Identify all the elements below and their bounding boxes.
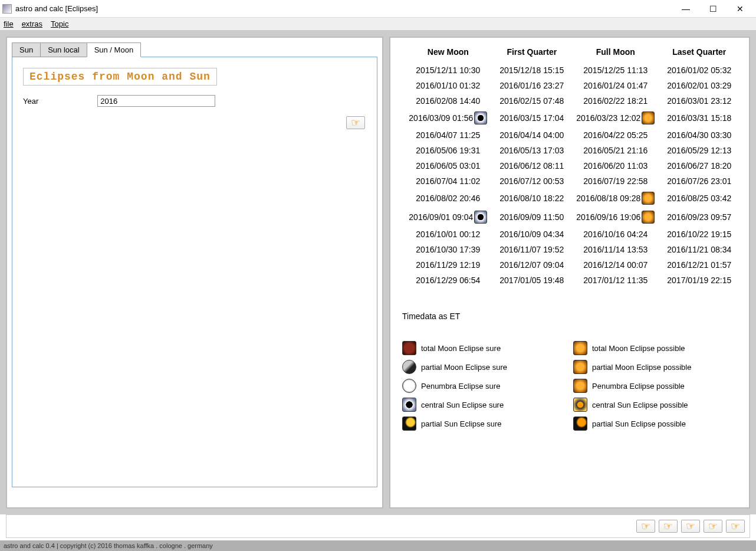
eclipses-heading: Eclipses from Moon and Sun — [23, 68, 217, 86]
toolbar-button-2[interactable] — [659, 520, 678, 533]
moon-total-icon — [402, 341, 416, 355]
cell-datetime: 2016/04/07 11:25 — [416, 130, 480, 140]
year-row: Year — [23, 95, 366, 107]
cell-datetime: 2017/01/19 22:15 — [667, 276, 731, 285]
cell-datetime: 2016/10/22 19:15 — [667, 229, 731, 239]
close-button[interactable]: ✕ — [727, 1, 754, 17]
legend-row: partial Sun Eclipse surepartial Sun Ecli… — [402, 416, 737, 431]
table-cell: 2015/12/18 15:15 — [494, 63, 570, 78]
toolbar-button-4[interactable] — [704, 520, 722, 533]
table-row: 2016/05/06 19:312016/05/13 17:032016/05/… — [402, 143, 737, 158]
cell-datetime: 2016/06/05 03:01 — [416, 161, 480, 170]
toolbar-button-5[interactable] — [726, 520, 745, 533]
table-cell: 2016/08/18 09:28 — [570, 189, 662, 208]
sun-partial-poss-icon — [573, 416, 587, 431]
menu-file[interactable]: file — [4, 19, 14, 28]
table-cell: 2016/12/14 00:07 — [570, 257, 662, 273]
pointing-hand-icon — [663, 520, 673, 533]
compute-button[interactable] — [346, 116, 365, 129]
cell-datetime: 2016/03/31 15:18 — [667, 113, 731, 123]
cell-datetime: 2016/07/12 00:53 — [499, 176, 564, 186]
year-label: Year — [23, 97, 38, 106]
table-cell: 2016/03/09 01:56 — [402, 109, 494, 127]
tab-sun-moon[interactable]: Sun / Moon — [87, 42, 142, 57]
menubar: file extras Topic — [0, 18, 756, 31]
legend-item: partial Moon Eclipse sure — [402, 360, 556, 374]
statusbar: astro and calc 0.4 | copyright (c) 2016 … — [0, 540, 756, 551]
cell-datetime: 2016/07/19 22:58 — [583, 176, 647, 186]
window-controls: — ☐ ✕ — [672, 1, 754, 17]
cell-datetime: 2016/12/14 00:07 — [583, 260, 647, 270]
table-cell: 2016/12/21 01:57 — [662, 257, 737, 273]
cell-datetime: 2015/12/11 10:30 — [416, 65, 480, 75]
cell-datetime: 2016/01/02 05:32 — [667, 65, 731, 75]
titlebar: astro and calc [Eclipses] — ☐ ✕ — [0, 0, 756, 18]
menu-topic[interactable]: Topic — [51, 19, 68, 28]
cell-datetime: 2016/12/21 01:57 — [667, 260, 731, 270]
pointing-hand-icon — [641, 520, 650, 533]
table-row: 2016/10/30 17:392016/11/07 19:522016/11/… — [402, 242, 737, 257]
cell-datetime: 2016/03/01 23:12 — [667, 96, 731, 106]
table-row: 2016/04/07 11:252016/04/14 04:002016/04/… — [402, 127, 737, 143]
cell-datetime: 2015/12/25 11:13 — [583, 65, 647, 75]
table-cell: 2016/05/13 17:03 — [494, 143, 570, 158]
table-cell: 2015/12/11 10:30 — [402, 63, 494, 78]
table-cell: 2016/03/01 23:12 — [662, 93, 737, 109]
moon-possible-icon — [573, 341, 587, 355]
table-cell: 2016/07/26 23:01 — [662, 173, 737, 189]
table-cell: 2016/10/01 00:12 — [402, 227, 494, 242]
tab-sun-local[interactable]: Sun local — [40, 42, 87, 57]
minimize-button[interactable]: — — [672, 1, 699, 17]
tab-sun[interactable]: Sun — [12, 42, 41, 57]
table-cell: 2016/04/30 03:30 — [662, 127, 737, 143]
cell-datetime: 2016/04/22 05:25 — [583, 130, 647, 140]
table-cell: 2016/08/10 18:22 — [494, 189, 570, 208]
toolbar-button-3[interactable] — [681, 520, 700, 533]
moon-partial-icon — [402, 360, 416, 374]
table-row: 2016/09/01 09:042016/09/09 11:502016/09/… — [402, 208, 737, 227]
cell-datetime: 2016/09/01 09:04 — [409, 212, 473, 222]
table-cell: 2017/01/12 11:35 — [570, 273, 662, 288]
cell-datetime: 2016/02/08 14:40 — [416, 96, 480, 106]
table-row: 2016/08/02 20:462016/08/10 18:222016/08/… — [402, 189, 737, 208]
cell-datetime: 2016/06/27 18:20 — [667, 161, 731, 170]
sun-central-icon — [474, 111, 487, 124]
legend-label: partial Sun Eclipse sure — [421, 419, 502, 428]
cell-datetime: 2016/01/16 23:27 — [499, 81, 564, 90]
bottom-toolbar — [6, 514, 750, 538]
table-header-row: New Moon First Quarter Full Moon Laset Q… — [402, 47, 737, 63]
legend-row: total Moon Eclipse suretotal Moon Eclips… — [402, 341, 737, 355]
maximize-button[interactable]: ☐ — [699, 1, 727, 17]
cell-datetime: 2016/05/06 19:31 — [416, 146, 480, 155]
table-cell: 2016/09/09 11:50 — [494, 208, 570, 227]
moon-possible-icon — [642, 192, 655, 205]
table-cell: 2016/10/30 17:39 — [402, 242, 494, 257]
table-cell: 2016/07/19 22:58 — [570, 173, 662, 189]
tab-strip: Sun Sun local Sun / Moon — [12, 42, 377, 57]
table-row: 2015/12/11 10:302015/12/18 15:152015/12/… — [402, 63, 737, 78]
table-cell: 2016/01/16 23:27 — [494, 78, 570, 93]
table-cell: 2016/01/10 01:32 — [402, 78, 494, 93]
cell-datetime: 2016/11/21 08:34 — [667, 245, 731, 254]
cell-datetime: 2016/03/15 17:04 — [499, 113, 564, 123]
cell-datetime: 2016/08/02 20:46 — [416, 193, 480, 203]
sun-partial-icon — [402, 416, 416, 431]
legend-item: central Sun Eclipse sure — [402, 398, 556, 412]
table-cell: 2016/12/07 09:04 — [494, 257, 570, 273]
toolbar-button-1[interactable] — [636, 520, 655, 533]
table-cell: 2016/03/31 15:18 — [662, 109, 737, 127]
legend-item: central Sun Eclipse possible — [573, 398, 727, 412]
table-cell: 2016/01/02 05:32 — [662, 63, 737, 78]
menu-extras[interactable]: extras — [22, 19, 42, 28]
sun-central-icon — [402, 398, 416, 412]
sun-central-poss-icon — [573, 398, 587, 412]
table-cell: 2016/10/22 19:15 — [662, 227, 737, 242]
cell-datetime: 2016/05/21 21:16 — [583, 146, 647, 155]
year-input[interactable] — [97, 95, 215, 107]
table-cell: 2016/11/21 08:34 — [662, 242, 737, 257]
cell-datetime: 2015/12/18 15:15 — [499, 65, 564, 75]
pointing-hand-icon — [351, 116, 360, 129]
app-icon — [2, 4, 12, 14]
cell-datetime: 2016/11/14 13:53 — [583, 245, 647, 254]
table-cell: 2016/06/12 08:11 — [494, 158, 570, 173]
